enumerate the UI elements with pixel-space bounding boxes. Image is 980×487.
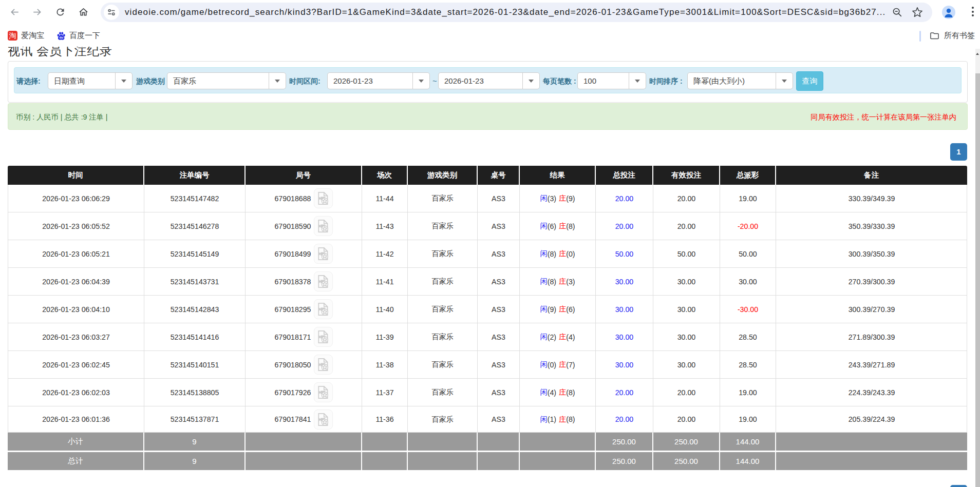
search-button[interactable]: 查询: [796, 71, 823, 91]
zoom-icon[interactable]: [892, 7, 903, 18]
cell-total-bet[interactable]: 20.00: [595, 406, 653, 432]
cell-bet-no: 523145145149: [144, 240, 245, 267]
cell-valid-bet: 30.00: [653, 323, 720, 350]
pagination-page-1-bottom[interactable]: 1: [950, 485, 967, 487]
home-icon[interactable]: [78, 7, 89, 17]
menu-dot: [972, 11, 974, 13]
result-banker-points: (0): [566, 250, 575, 258]
result-player: 闲: [540, 332, 547, 342]
cell-table-no: AS3: [477, 379, 519, 406]
cell-total-bet[interactable]: 30.00: [595, 351, 653, 378]
combo-arrow-icon[interactable]: [269, 73, 286, 89]
reload-icon[interactable]: [55, 7, 66, 17]
video-replay-button[interactable]: [314, 355, 333, 375]
video-replay-button[interactable]: [314, 327, 333, 347]
table-row: 2026-01-23 06:03:27 523145141416 6790181…: [8, 323, 967, 351]
cell-total-bet[interactable]: 20.00: [595, 212, 653, 240]
date-end-combobox[interactable]: 2026-01-23: [438, 72, 540, 89]
result-banker: 庄: [559, 193, 566, 203]
video-replay-button[interactable]: [314, 382, 333, 402]
back-icon[interactable]: [9, 7, 20, 17]
round-no-text: 679018295: [274, 305, 311, 314]
cell-session: 11-43: [362, 212, 407, 240]
cell-time: 2026-01-23 06:02:45: [8, 351, 144, 378]
cell-total-bet[interactable]: 20.00: [595, 185, 653, 212]
cell-session: 11-42: [362, 240, 407, 267]
game-type-label: 游戏类别: [136, 76, 165, 86]
combo-arrow-icon[interactable]: [522, 73, 539, 89]
cell-payout: 19.00: [720, 185, 776, 212]
result-banker: 庄: [559, 387, 566, 397]
game-type-combobox[interactable]: 百家乐: [167, 72, 286, 89]
pagination-page-1[interactable]: 1: [950, 143, 967, 161]
footer-cell: [361, 452, 407, 470]
page-title: 视讯 会员下注纪录: [8, 47, 112, 57]
cell-bet-no: 523145147482: [144, 185, 245, 212]
cell-total-bet[interactable]: 30.00: [595, 296, 653, 323]
cell-game: 百家乐: [407, 185, 477, 212]
video-replay-button[interactable]: [314, 188, 333, 208]
table-row: 2026-01-23 06:01:36 523145137871 6790178…: [8, 406, 967, 433]
scrollbar-up-icon[interactable]: [975, 49, 980, 57]
bookmark-baidu[interactable]: du 百度一下: [56, 24, 100, 47]
cell-result: 闲(9)庄(6): [519, 296, 595, 323]
video-replay-button[interactable]: [314, 216, 333, 236]
query-type-value: 日期查询: [48, 73, 115, 89]
forward-icon[interactable]: [32, 7, 43, 17]
scrollbar-thumb[interactable]: [975, 73, 980, 487]
cell-valid-bet: 30.00: [653, 351, 720, 378]
page-size-combobox[interactable]: 100: [577, 72, 646, 89]
page-scrollbar[interactable]: [975, 49, 980, 487]
query-type-combobox[interactable]: 日期查询: [48, 72, 133, 89]
folder-icon: [930, 31, 939, 41]
cell-round-no: 679018499: [245, 240, 362, 267]
menu-icon[interactable]: [971, 7, 974, 18]
result-player-points: (1): [548, 415, 556, 423]
table-subtotal-row: 小计9250.00250.00144.00: [8, 433, 967, 451]
video-replay-button[interactable]: [314, 299, 333, 319]
sort-combobox[interactable]: 降幂(由大到小): [687, 72, 793, 89]
cell-round-no: 679018050: [245, 351, 362, 378]
result-banker-points: (8): [566, 388, 575, 397]
combo-arrow-icon[interactable]: [412, 73, 429, 89]
result-banker-points: (9): [566, 194, 575, 203]
cell-total-bet[interactable]: 30.00: [595, 268, 653, 295]
bookmark-taobao[interactable]: 淘 爱淘宝: [8, 24, 44, 47]
cell-note: 300.39/270.39: [776, 296, 967, 323]
url-text[interactable]: videoie.com/game/betrecord_search/kind3?…: [125, 3, 885, 22]
combo-arrow-icon[interactable]: [115, 73, 132, 89]
site-info-button[interactable]: [104, 5, 119, 20]
cell-total-bet[interactable]: 50.00: [595, 240, 653, 267]
bookmark-star-icon[interactable]: [912, 7, 923, 18]
result-player-points: (4): [548, 388, 556, 397]
cell-payout: 19.00: [720, 406, 776, 432]
profile-avatar[interactable]: [942, 6, 955, 19]
video-replay-button[interactable]: [314, 410, 333, 430]
video-replay-button[interactable]: [314, 271, 333, 291]
table-row: 2026-01-23 06:05:52 523145146278 6790185…: [8, 212, 967, 240]
cell-round-no: 679017841: [245, 406, 362, 432]
address-bar[interactable]: videoie.com/game/betrecord_search/kind3?…: [101, 3, 932, 22]
video-file-icon: [316, 191, 330, 205]
bookmark-label: 爱淘宝: [21, 31, 44, 41]
all-bookmarks-button[interactable]: 所有书签: [930, 24, 975, 47]
date-start-combobox[interactable]: 2026-01-23: [327, 72, 430, 89]
result-player: 闲: [540, 193, 547, 203]
cell-game: 百家乐: [407, 379, 477, 406]
cell-total-bet[interactable]: 30.00: [595, 323, 653, 350]
footer-cell: 144.00: [719, 433, 775, 451]
cell-total-bet[interactable]: 20.00: [595, 379, 653, 406]
result-player-points: (8): [548, 250, 556, 258]
cell-payout: -20.00: [720, 212, 776, 240]
footer-cell: [519, 433, 595, 451]
bet-records-table: 时间注单编号局号场次游戏类别桌号结果总投注有效投注总派彩备注 2026-01-2…: [8, 166, 967, 470]
combo-arrow-icon[interactable]: [629, 73, 646, 89]
result-banker: 庄: [559, 360, 566, 369]
date-end-value: 2026-01-23: [439, 73, 522, 89]
bookmarks-bar: 淘 爱淘宝 du 百度一下 所有书签: [0, 24, 980, 47]
video-replay-button[interactable]: [314, 244, 333, 264]
result-banker-points: (6): [566, 305, 575, 314]
cell-time: 2026-01-23 06:06:29: [8, 185, 144, 212]
combo-arrow-icon[interactable]: [776, 73, 793, 89]
cell-bet-no: 523145137871: [144, 406, 245, 432]
